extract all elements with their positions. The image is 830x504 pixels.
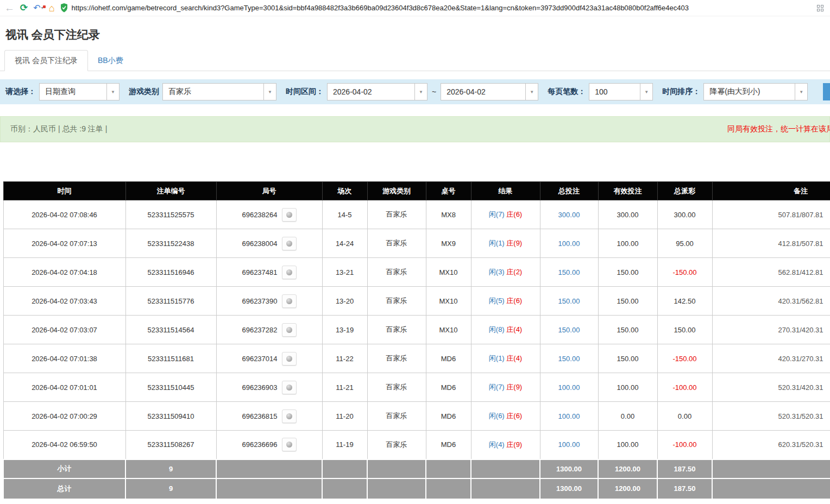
game-replay-icon[interactable]	[282, 266, 297, 279]
records-table: 时间注单编号局号场次游戏类别桌号结果总投注有效投注总派彩备注2026-04-02…	[3, 181, 830, 500]
footer-count: 9	[125, 459, 216, 478]
result-banker: 庄(6)	[506, 210, 522, 218]
cell-table-no: MX9	[426, 229, 471, 258]
result-banker: 庄(6)	[506, 412, 522, 420]
game-replay-icon[interactable]	[282, 352, 297, 366]
chevron-down-icon[interactable]: ▼	[795, 84, 807, 100]
cell-table-no: MX10	[426, 258, 471, 287]
cell-note: 507.81/807.81	[712, 200, 830, 229]
cell-game-type: 百家乐	[367, 316, 426, 344]
cell-total-bet: 100.00	[540, 431, 598, 459]
round-id-text: 696237481	[242, 268, 277, 276]
game-replay-icon[interactable]	[282, 410, 297, 423]
cell-game-type: 百家乐	[367, 258, 426, 287]
ball-glyph	[286, 298, 292, 304]
cell-result: 闲(4) 庄(9)	[471, 431, 540, 459]
cell-table-no: MD6	[426, 344, 471, 373]
footer-label: 小计	[3, 459, 125, 478]
refresh-icon[interactable]: ⟳	[20, 3, 28, 12]
date-from-select[interactable]: 2026-04-02 ▼	[327, 83, 427, 100]
round-id-text: 696236815	[242, 412, 277, 420]
cell-result: 闲(7) 庄(6)	[471, 200, 540, 229]
page-title: 视讯 会员下注纪录	[5, 27, 830, 42]
footer-cell	[367, 459, 426, 478]
result-banker: 庄(6)	[506, 297, 522, 305]
cell-session: 11-21	[322, 373, 367, 402]
cell-round-id: 696236696	[216, 431, 322, 459]
sort-order-select[interactable]: 降幂(由大到小) ▼	[703, 83, 808, 100]
chevron-down-icon[interactable]: ▼	[414, 84, 427, 100]
column-header: 注单编号	[125, 182, 216, 200]
chevron-down-icon[interactable]: ▼	[106, 84, 119, 100]
url-text[interactable]: https://iohetf.com/game/betrecord_search…	[72, 4, 689, 12]
round-id-text: 696236903	[242, 383, 277, 392]
round-id-text: 696237282	[242, 326, 277, 334]
table-row: 2026-04-02 07:00:29523311509410696236815…	[3, 402, 830, 431]
cell-valid-bet: 100.00	[598, 431, 657, 459]
valid-bet-notice-text: 同局有效投注，统一计算在该局	[727, 124, 830, 134]
page-size-value: 100	[589, 84, 640, 100]
cell-game-type: 百家乐	[367, 229, 426, 258]
cell-session: 13-21	[322, 258, 367, 287]
date-to-value: 2026-04-02	[441, 84, 525, 100]
apps-grid-icon[interactable]	[817, 5, 823, 11]
footer-valid-bet: 1200.00	[598, 459, 657, 478]
cell-payout: 0.00	[657, 402, 712, 431]
cell-round-id: 696237282	[216, 316, 322, 344]
cell-table-no: MX8	[426, 200, 471, 229]
game-type-select[interactable]: 百家乐 ▼	[162, 83, 276, 100]
game-replay-icon[interactable]	[282, 438, 297, 451]
game-replay-icon[interactable]	[282, 208, 297, 222]
page-size-select[interactable]: 100 ▼	[589, 83, 653, 100]
cell-round-id: 696238264	[216, 200, 322, 229]
cell-result: 闲(5) 庄(6)	[471, 287, 540, 316]
game-replay-icon[interactable]	[282, 323, 297, 337]
round-id-text: 696238004	[242, 240, 277, 248]
undo-icon[interactable]: ↶	[33, 4, 40, 12]
ball-glyph	[286, 241, 292, 247]
footer-cell	[471, 478, 540, 499]
cell-total-bet: 150.00	[540, 316, 598, 344]
game-replay-icon[interactable]	[282, 294, 297, 308]
ball-glyph	[286, 327, 292, 333]
cell-valid-bet: 300.00	[598, 200, 657, 229]
cell-note: 420.31/270.31	[712, 344, 830, 373]
cell-time: 2026-04-02 07:01:01	[3, 373, 125, 402]
cell-valid-bet: 150.00	[598, 316, 657, 344]
game-replay-icon[interactable]	[282, 381, 297, 394]
game-replay-icon[interactable]	[282, 237, 297, 250]
column-header: 备注	[712, 182, 830, 200]
chevron-down-icon[interactable]: ▼	[263, 84, 276, 100]
cell-round-id: 696237014	[216, 344, 322, 373]
filter-bar: 请选择： 日期查询 ▼ 游戏类别 百家乐 ▼ 时间区间： 2026-04-02 …	[0, 79, 830, 104]
address-bar[interactable]: https://iohetf.com/game/betrecord_search…	[60, 3, 812, 12]
cell-total-bet: 150.00	[540, 258, 598, 287]
chevron-down-icon[interactable]: ▼	[525, 84, 538, 100]
ball-glyph	[286, 212, 292, 218]
notification-dot	[43, 5, 46, 8]
result-player: 闲(7)	[489, 210, 505, 218]
subtotal-row: 小计91300.001200.00187.50	[3, 459, 830, 478]
page-size-label: 每页笔数：	[548, 87, 586, 97]
round-id-text: 696237390	[242, 297, 277, 305]
chevron-down-icon[interactable]: ▼	[640, 84, 652, 100]
cell-session: 11-20	[322, 402, 367, 431]
back-icon[interactable]: ←	[4, 3, 15, 13]
tab-bet-records[interactable]: 视讯 会员下注纪录	[4, 50, 88, 71]
result-banker: 庄(9)	[506, 239, 522, 247]
cell-session: 11-22	[322, 344, 367, 373]
tab-bb-tip[interactable]: BB小费	[88, 51, 133, 71]
cell-note: 520.31/420.31	[712, 373, 830, 402]
cell-round-id: 696237390	[216, 287, 322, 316]
footer-cell	[426, 459, 471, 478]
cell-valid-bet: 150.00	[598, 344, 657, 373]
search-button[interactable]	[823, 83, 830, 100]
ball-glyph	[286, 356, 292, 362]
cell-payout: -100.00	[657, 373, 712, 402]
home-icon[interactable]: ⌂	[49, 3, 55, 13]
date-to-select[interactable]: 2026-04-02 ▼	[441, 83, 538, 100]
game-type-value: 百家乐	[163, 84, 263, 100]
cell-payout: 300.00	[657, 200, 712, 229]
query-type-select[interactable]: 日期查询 ▼	[39, 83, 120, 100]
result-player: 闲(8)	[489, 325, 505, 333]
